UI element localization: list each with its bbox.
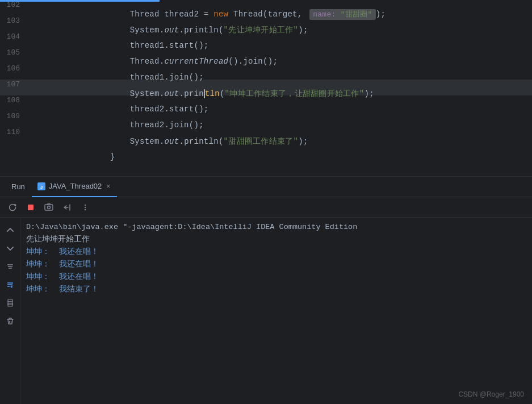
code-line-103: 103 System.out.println("先让坤坤开始工作"); <box>0 16 532 32</box>
code-line-110: 110 System.out.println("甜甜圈工作结束了"); <box>0 127 532 143</box>
code-lines: 102 Thread thread2 = new Thread(target, … <box>0 0 532 159</box>
stop-button[interactable] <box>23 199 39 215</box>
svg-rect-2 <box>28 205 33 210</box>
run-side-toolbar <box>0 218 20 404</box>
progress-bar-container <box>0 0 532 2</box>
code-content: } <box>31 143 532 170</box>
line-number: 102 <box>0 1 31 9</box>
svg-point-7 <box>85 206 86 207</box>
code-line-close: } <box>0 143 532 159</box>
exit-icon <box>62 203 72 212</box>
delete-button[interactable] <box>2 313 18 329</box>
svg-text:J: J <box>40 184 43 189</box>
run-content: D:\Java\bin\java.exe "-javaagent:D:\Idea… <box>0 218 532 404</box>
trash-icon <box>6 317 14 325</box>
code-line-108: 108 thread2.start(); <box>0 95 532 111</box>
svg-rect-3 <box>45 205 53 210</box>
line-number: 107 <box>0 80 31 89</box>
code-line-105: 105 Thread.currentThread().join(); <box>0 48 532 64</box>
watermark: CSDN @Roger_1900 <box>458 390 524 398</box>
rerun-button[interactable] <box>5 199 20 215</box>
scroll-up-button[interactable] <box>2 222 18 238</box>
screenshot-button[interactable] <box>41 199 57 215</box>
java-tab-icon: J <box>37 182 45 190</box>
run-output: D:\Java\bin\java.exe "-javaagent:D:\Idea… <box>20 218 532 404</box>
line-number: 108 <box>0 96 31 105</box>
sort-down-button[interactable] <box>2 277 18 293</box>
line-number: 109 <box>0 112 31 120</box>
screenshot-icon <box>44 203 53 212</box>
output-line-3: 坤坤： 我还在唱！ <box>26 259 526 271</box>
line-number: 105 <box>0 48 31 57</box>
output-line-5: 坤坤： 我结束了！ <box>26 284 526 296</box>
scroll-down-button[interactable] <box>2 240 18 256</box>
line-number: 104 <box>0 32 31 41</box>
code-line-106: 106 thread1.join(); <box>0 64 532 80</box>
java-icon-svg: J <box>37 182 45 190</box>
print-button[interactable] <box>2 295 18 311</box>
more-button[interactable] <box>77 199 93 215</box>
line-number: 110 <box>0 128 31 136</box>
output-cmd-line: D:\Java\bin\java.exe "-javaagent:D:\Idea… <box>26 221 526 234</box>
progress-bar <box>0 0 160 2</box>
run-tab[interactable]: J JAVA_Thread02 × <box>32 177 117 197</box>
more-icon <box>81 203 90 212</box>
output-line-4: 坤坤： 我还在唱！ <box>26 271 526 284</box>
down-arrow-icon <box>6 244 14 252</box>
svg-point-6 <box>85 204 86 205</box>
sort-down-icon <box>6 281 14 289</box>
output-line-2: 坤坤： 我还在唱！ <box>26 246 526 259</box>
svg-point-8 <box>85 209 86 210</box>
code-line-104: 104 thread1.start(); <box>0 32 532 48</box>
run-toolbar <box>0 197 532 218</box>
code-editor: 102 Thread thread2 = new Thread(target, … <box>0 0 532 176</box>
print-icon <box>6 299 14 307</box>
code-line-107: 107 System.out.println("坤坤工作结束了，让甜甜圈开始工作… <box>0 80 532 95</box>
stop-icon <box>27 203 35 211</box>
code-line-109: 109 thread2.join(); <box>0 111 532 127</box>
filter-icon <box>6 263 14 270</box>
line-number: 103 <box>0 16 31 25</box>
run-panel: Run J JAVA_Thread02 × <box>0 176 532 404</box>
tab-close-button[interactable]: × <box>105 181 111 191</box>
rerun-icon <box>8 203 17 212</box>
code-line-102: 102 Thread thread2 = new Thread(target, … <box>0 0 532 16</box>
exit-button[interactable] <box>59 199 75 215</box>
filter-button[interactable] <box>2 259 18 274</box>
line-number: 106 <box>0 64 31 73</box>
tab-name: JAVA_Thread02 <box>49 182 102 190</box>
up-arrow-icon <box>6 226 14 234</box>
svg-point-4 <box>48 206 51 209</box>
output-line-1: 先让坤坤开始工作 <box>26 234 526 246</box>
run-label: Run <box>5 177 32 197</box>
run-tab-bar: Run J JAVA_Thread02 × <box>0 177 532 197</box>
